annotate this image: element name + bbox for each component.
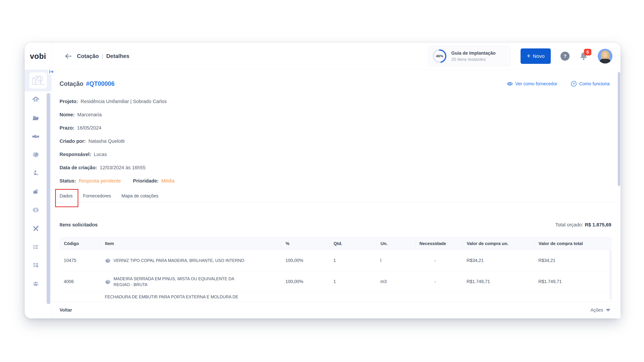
guide-title: Guia de Implantação (451, 50, 496, 56)
workspace-logo-area[interactable] (25, 69, 51, 91)
notification-badge: 5 (584, 49, 591, 55)
vobi-logo: vobi (30, 52, 46, 61)
status-value: Resposta pendente (79, 178, 121, 184)
users-icon (32, 280, 40, 287)
field-criado-por: Criado por: Natasha Quelotti (60, 135, 174, 148)
question-circle-icon: ? (571, 81, 577, 87)
table-row-clipped[interactable]: FECHADURA DE EMBUTIR PARA PORTA EXTERNA … (60, 292, 612, 300)
field-nome: Nome: Marcenaria (60, 108, 174, 121)
back-arrow-icon[interactable] (64, 53, 72, 59)
breadcrumb-separator: | (102, 53, 103, 59)
field-prazo: Prazo: 16/05/2024 (60, 121, 174, 135)
priority-value: Média (161, 178, 174, 184)
item-description: FECHADURA DE EMBUTIR PARA PORTA EXTERNA … (105, 294, 238, 300)
breadcrumb: Cotação | Detalhes (77, 53, 129, 59)
back-button[interactable]: Voltar (60, 308, 72, 313)
breadcrumb-page: Detalhes (106, 53, 130, 59)
building-sketch-icon (31, 75, 45, 86)
grid-plus-icon (32, 262, 40, 269)
sidebar-expand-button[interactable] (48, 68, 55, 76)
material-box-icon (105, 279, 111, 285)
tabs: Dados Fornecedores Mapa de cotações (52, 190, 620, 202)
sidebar-item-tools[interactable] (32, 225, 40, 232)
sidebar: $ (25, 69, 51, 319)
eye-icon (507, 81, 513, 86)
table-header: Código Item % Qtd. Un. Necessidade Valor… (60, 237, 612, 250)
material-box-icon (105, 257, 111, 264)
app-window: vobi Cotação | Detalhes 46% (25, 43, 620, 319)
sidebar-item-home[interactable] (32, 96, 40, 103)
svg-text:$: $ (34, 208, 37, 212)
expand-sidebar-icon (49, 69, 54, 74)
list-icon (32, 243, 40, 251)
item-description: VERNIZ TIPO COPAL PARA MADEIRA, BRILHANT… (114, 258, 244, 264)
sidebar-item-payments[interactable]: $ (32, 206, 40, 214)
help-icon[interactable]: ? (560, 52, 570, 61)
main-content: Cotação #QT00006 Ver como fornecedor ? (52, 69, 620, 319)
guide-subtitle: 20 itens restantes (451, 56, 496, 62)
home-icon (32, 96, 40, 103)
coins-icon (32, 188, 40, 195)
total-budgeted: Total orçado:R$ 1.875,69 (555, 222, 611, 228)
page-title: Cotação #QT00006 (60, 80, 114, 87)
notifications-bell[interactable]: 5 (579, 51, 588, 61)
handshake-icon (32, 133, 40, 140)
how-it-works-link[interactable]: ? Como funciona (571, 81, 610, 87)
total-value: R$ 1.875,69 (585, 222, 611, 227)
gauge-icon (32, 151, 40, 158)
tab-fornecedores[interactable]: Fornecedores (83, 193, 111, 199)
new-button-label: Novo (533, 53, 544, 59)
worker-icon (32, 169, 40, 177)
field-responsavel: Responsável: Lucas (60, 148, 174, 161)
sidebar-item-finance[interactable] (32, 188, 40, 195)
app-header: vobi Cotação | Detalhes 46% (25, 43, 620, 70)
sidebar-item-modules[interactable] (32, 262, 40, 269)
progress-ring: 46% (432, 48, 447, 64)
view-as-supplier-link[interactable]: Ver como fornecedor (507, 81, 558, 86)
sidebar-item-crm[interactable] (32, 133, 40, 140)
sidebar-scrollbar[interactable] (46, 93, 50, 304)
new-button[interactable]: + Novo (520, 48, 551, 64)
tools-icon (32, 225, 40, 232)
section-title: Itens solicitados (60, 222, 98, 228)
footer-bar: Voltar Ações (52, 302, 620, 319)
actions-dropdown[interactable]: Ações (590, 308, 610, 313)
sidebar-item-projects[interactable] (32, 114, 40, 121)
sidebar-item-list[interactable] (32, 243, 40, 251)
user-avatar[interactable] (598, 49, 612, 63)
folder-icon (32, 114, 40, 121)
implementation-guide-card[interactable]: 46% Guia de Implantação 20 itens restant… (428, 46, 511, 66)
field-data-criacao: Data de criação: 12/03/2024 às 16h55 (60, 161, 174, 174)
logo-area[interactable]: vobi (25, 43, 51, 69)
table-row[interactable]: 10475 VERNIZ TIPO COPAL PARA MADEIRA, BR… (60, 250, 612, 271)
annotation-red-box (55, 189, 78, 207)
workspace-logo (29, 72, 47, 88)
item-description: MADEIRA SERRADA EM PINUS, MISTA OU EQUIV… (114, 276, 248, 288)
sidebar-item-dashboard[interactable] (32, 151, 40, 158)
content-scrollbar[interactable] (618, 72, 620, 186)
quotation-id: #QT00006 (86, 80, 114, 87)
breadcrumb-section[interactable]: Cotação (77, 53, 99, 59)
sidebar-item-construction[interactable] (32, 169, 40, 177)
field-projeto: Projeto: Residência Unifamiliar | Sobrad… (60, 95, 174, 108)
dollar-icon: $ (32, 206, 40, 214)
tab-dados[interactable]: Dados (60, 193, 72, 199)
table-scrollbar[interactable] (610, 250, 612, 300)
chevron-down-icon (606, 309, 610, 312)
svg-text:?: ? (573, 82, 575, 86)
items-table: Código Item % Qtd. Un. Necessidade Valor… (60, 237, 612, 300)
field-status-prioridade: Status: Resposta pendente Prioridade: Mé… (60, 174, 174, 188)
table-row[interactable]: 4006 MADEIRA SERRADA EM PINUS, MISTA OU … (60, 271, 612, 292)
sidebar-item-team[interactable] (32, 280, 40, 287)
plus-icon: + (527, 52, 530, 59)
tab-mapa-de-cotacoes[interactable]: Mapa de cotações (122, 193, 158, 199)
progress-percent: 46% (432, 48, 447, 64)
